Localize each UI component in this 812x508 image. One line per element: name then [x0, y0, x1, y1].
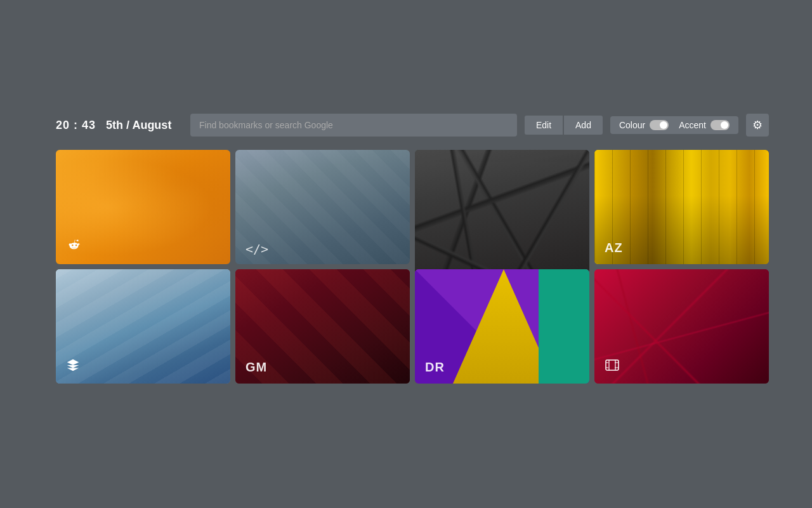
action-buttons: Edit Add	[525, 116, 603, 135]
accent-toggle-group: Accent	[679, 120, 730, 130]
svg-rect-2	[608, 360, 610, 370]
search-input[interactable]	[190, 114, 517, 137]
colour-toggle[interactable]	[650, 120, 669, 130]
tile-sky[interactable]	[56, 269, 230, 384]
colour-toggle-group: Colour	[619, 120, 669, 130]
svg-rect-3	[615, 360, 616, 370]
tile-reddit[interactable]	[56, 150, 230, 264]
code-icon: </>	[246, 243, 268, 255]
tile-dr[interactable]: DR	[415, 269, 589, 384]
poly-icon	[66, 358, 80, 375]
film-icon	[605, 358, 620, 375]
controls-panel: Colour Accent	[610, 116, 738, 134]
tile-yellow-bars[interactable]: AZ	[594, 150, 769, 264]
dr-label: DR	[425, 360, 445, 375]
gm-label: GM	[246, 360, 267, 375]
add-button[interactable]: Add	[564, 116, 603, 135]
accent-label: Accent	[679, 120, 706, 130]
tile-code[interactable]: </>	[235, 150, 410, 264]
accent-toggle[interactable]	[710, 120, 730, 130]
date-display: 5th / August	[106, 119, 171, 132]
clock-date: 20 : 43 5th / August	[56, 119, 183, 132]
gear-icon: ⚙	[752, 118, 763, 132]
tile-gm[interactable]: GM	[235, 269, 410, 384]
az-label: AZ	[605, 241, 623, 255]
settings-button[interactable]: ⚙	[746, 114, 769, 137]
bookmark-grid: </> AZ GM	[56, 150, 769, 384]
top-bar: 20 : 43 5th / August Edit Add Colour Acc…	[56, 111, 769, 139]
svg-rect-1	[606, 360, 619, 370]
clock-display: 20 : 43	[56, 119, 96, 132]
reddit-icon	[66, 236, 82, 255]
colour-label: Colour	[619, 120, 645, 130]
tile-red-film[interactable]	[594, 269, 769, 384]
edit-button[interactable]: Edit	[525, 116, 563, 135]
